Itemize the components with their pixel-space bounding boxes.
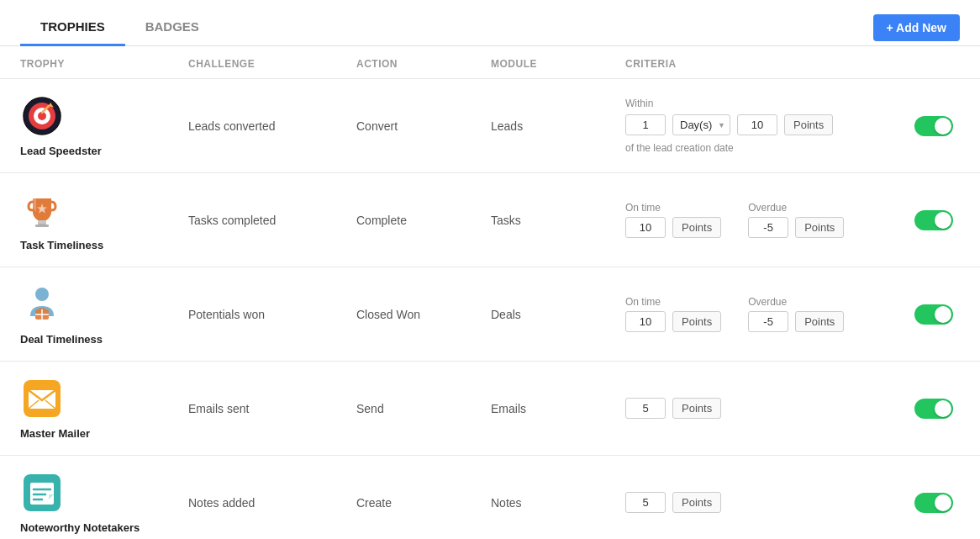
ontime-label-deal: On time xyxy=(625,296,721,308)
overdue-value-input-deal[interactable] xyxy=(748,311,788,332)
points-value-input-note[interactable] xyxy=(625,492,666,513)
col-trophy: TROPHY xyxy=(20,58,188,70)
criteria-section-deal-timeliness: On time Points Overdue Points xyxy=(625,296,960,332)
ontime-points-label: Points xyxy=(672,217,721,238)
table-headers: TROPHY CHALLENGE ACTION MODULE CRITERIA xyxy=(0,46,980,79)
within-note: of the lead creation date xyxy=(625,142,833,154)
trophy-icon-master-mailer xyxy=(20,377,64,420)
challenge-noteworthy: Notes added xyxy=(188,496,356,510)
within-row: Day(s) Points xyxy=(625,114,833,135)
toggle-switch-master-mailer[interactable] xyxy=(914,399,953,419)
ontime-col-deal: On time Points xyxy=(625,296,721,332)
overdue-value-input[interactable] xyxy=(748,217,788,238)
trophy-cell-task-timeliness: Task Timeliness xyxy=(20,188,188,251)
toggle-master-mailer[interactable] xyxy=(914,399,960,419)
trophy-name-master-mailer: Master Mailer xyxy=(20,427,90,440)
within-label: Within xyxy=(625,98,833,109)
ontime-value-input[interactable] xyxy=(625,217,666,238)
main-container: TROPHIES BADGES + Add New TROPHY CHALLEN… xyxy=(0,0,980,539)
col-action: ACTION xyxy=(356,58,491,70)
toggle-switch-lead-speedster[interactable] xyxy=(914,116,953,136)
svg-rect-8 xyxy=(38,220,46,224)
svg-point-10 xyxy=(35,288,49,301)
criteria-section-task-timeliness: On time Points Overdue Points xyxy=(625,202,960,238)
toggle-lead-speedster[interactable] xyxy=(914,116,960,136)
challenge-deal-timeliness: Potentials won xyxy=(188,308,356,321)
tab-badges[interactable]: BADGES xyxy=(125,11,219,46)
trophy-name-task-timeliness: Task Timeliness xyxy=(20,239,103,251)
toggle-deal-timeliness[interactable] xyxy=(914,304,960,325)
table-row: Lead Speedster Leads converted Convert L… xyxy=(0,79,980,173)
overdue-row: Points xyxy=(748,217,844,238)
points-label-note: Points xyxy=(672,492,721,513)
tabs-bar: TROPHIES BADGES + Add New xyxy=(0,0,980,46)
challenge-lead-speedster: Leads converted xyxy=(188,119,356,133)
svg-rect-7 xyxy=(35,225,49,227)
points-row-note: Points xyxy=(625,492,721,513)
trophy-icon xyxy=(24,192,61,229)
ontime-row: Points xyxy=(625,217,721,238)
col-challenge: CHALLENGE xyxy=(188,58,356,70)
toggle-switch-noteworthy[interactable] xyxy=(914,493,953,513)
toggle-task-timeliness[interactable] xyxy=(914,210,960,230)
add-new-button[interactable]: + Add New xyxy=(873,14,960,41)
within-value-input[interactable] xyxy=(625,114,666,135)
module-master-mailer: Emails xyxy=(491,402,625,415)
table-row: Noteworthy Notetakers Notes added Create… xyxy=(0,456,980,539)
points-label: Points xyxy=(784,114,833,135)
points-value-input-mailer[interactable] xyxy=(625,398,666,419)
trophy-name-deal-timeliness: Deal Timeliness xyxy=(20,333,103,346)
trophy-name-lead-speedster: Lead Speedster xyxy=(20,145,102,157)
overdue-col-deal: Overdue Points xyxy=(748,296,844,332)
toggle-switch-task-timeliness[interactable] xyxy=(914,210,953,230)
challenge-task-timeliness: Tasks completed xyxy=(188,214,356,227)
overdue-label: Overdue xyxy=(748,202,844,214)
criteria-section-lead-speedster: Within Day(s) Points of the lead creatio… xyxy=(625,98,960,154)
col-module: MODULE xyxy=(491,58,625,70)
overdue-points-label-deal: Points xyxy=(795,311,844,332)
within-unit-select-wrap: Day(s) xyxy=(672,114,730,135)
trophy-icon-task-timeliness xyxy=(20,188,64,232)
tab-trophies[interactable]: TROPHIES xyxy=(20,11,125,46)
trophy-cell-lead-speedster: Lead Speedster xyxy=(20,94,188,157)
criteria-deal-timeliness: On time Points Overdue Points xyxy=(625,296,844,332)
points-label-mailer: Points xyxy=(672,398,721,419)
mailer-icon xyxy=(22,378,62,419)
module-task-timeliness: Tasks xyxy=(491,214,625,227)
criteria-lead-speedster: Within Day(s) Points of the lead creatio… xyxy=(625,98,833,154)
overdue-points-label: Points xyxy=(795,217,844,238)
table-row: Task Timeliness Tasks completed Complete… xyxy=(0,173,980,267)
module-lead-speedster: Leads xyxy=(491,119,625,133)
module-deal-timeliness: Deals xyxy=(491,308,625,321)
ontime-value-input-deal[interactable] xyxy=(625,311,666,332)
action-deal-timeliness: Closed Won xyxy=(356,308,491,321)
challenge-master-mailer: Emails sent xyxy=(188,402,356,415)
overdue-row-deal: Points xyxy=(748,311,844,332)
toggle-noteworthy[interactable] xyxy=(914,493,960,513)
points-value-input[interactable] xyxy=(737,114,777,135)
within-unit-select[interactable]: Day(s) xyxy=(672,114,730,135)
trophy-icon-deal-timeliness xyxy=(20,283,64,326)
action-noteworthy: Create xyxy=(356,496,491,510)
criteria-master-mailer: Points xyxy=(625,398,721,419)
trophy-cell-master-mailer: Master Mailer xyxy=(20,377,188,440)
action-task-timeliness: Complete xyxy=(356,214,491,227)
toggle-switch-deal-timeliness[interactable] xyxy=(914,304,953,325)
ontime-label: On time xyxy=(625,202,721,214)
col-criteria: CRITERIA xyxy=(625,58,960,70)
ontime-row-deal: Points xyxy=(625,311,721,332)
criteria-section-noteworthy: Points xyxy=(625,492,960,513)
action-lead-speedster: Convert xyxy=(356,119,491,133)
note-icon xyxy=(22,473,62,513)
points-row-mailer: Points xyxy=(625,398,721,419)
module-noteworthy: Notes xyxy=(491,496,625,510)
trophy-name-noteworthy: Noteworthy Notetakers xyxy=(20,521,140,534)
target-icon xyxy=(22,96,62,136)
criteria-section-master-mailer: Points xyxy=(625,398,960,419)
overdue-label-deal: Overdue xyxy=(748,296,844,308)
trophy-icon-lead-speedster xyxy=(20,94,64,138)
tabs-group: TROPHIES BADGES xyxy=(20,10,219,45)
trophy-icon-noteworthy xyxy=(20,471,64,515)
ontime-col: On time Points xyxy=(625,202,721,238)
ontime-points-label-deal: Points xyxy=(672,311,721,332)
